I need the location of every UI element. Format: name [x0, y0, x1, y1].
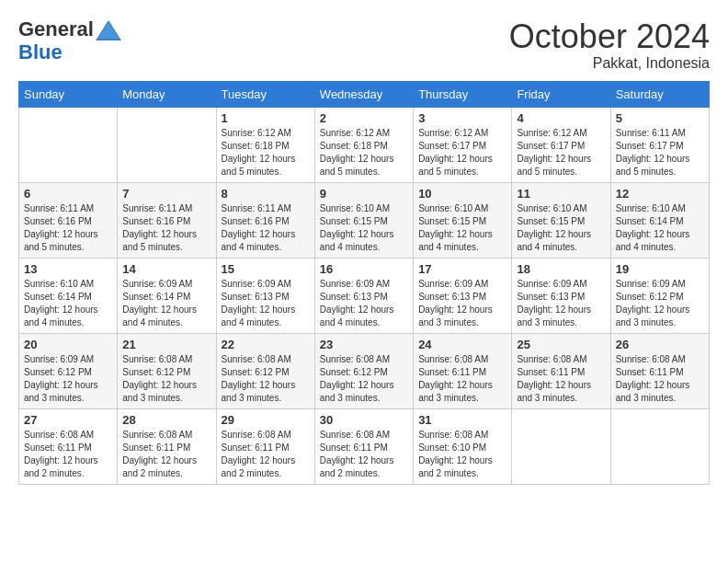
- calendar-cell: 6Sunrise: 6:11 AM Sunset: 6:16 PM Daylig…: [19, 182, 118, 258]
- title-area: October 2024 Pakkat, Indonesia: [509, 18, 710, 72]
- day-info: Sunrise: 6:09 AM Sunset: 6:12 PM Dayligh…: [616, 278, 704, 329]
- day-number: 7: [122, 187, 210, 201]
- calendar-cell: 20Sunrise: 6:09 AM Sunset: 6:12 PM Dayli…: [19, 333, 118, 408]
- col-header-tuesday: Tuesday: [216, 81, 314, 107]
- day-number: 18: [517, 262, 605, 276]
- calendar-cell: 17Sunrise: 6:09 AM Sunset: 6:13 PM Dayli…: [414, 258, 512, 333]
- day-info: Sunrise: 6:08 AM Sunset: 6:11 PM Dayligh…: [222, 429, 310, 480]
- day-number: 25: [517, 338, 605, 351]
- calendar-body: 1Sunrise: 6:12 AM Sunset: 6:18 PM Daylig…: [19, 107, 710, 484]
- day-info: Sunrise: 6:09 AM Sunset: 6:14 PM Dayligh…: [122, 278, 210, 329]
- day-info: Sunrise: 6:11 AM Sunset: 6:17 PM Dayligh…: [616, 127, 704, 178]
- calendar-cell: 30Sunrise: 6:08 AM Sunset: 6:11 PM Dayli…: [314, 408, 413, 484]
- calendar-week-row: 13Sunrise: 6:10 AM Sunset: 6:14 PM Dayli…: [19, 258, 710, 333]
- day-number: 10: [418, 187, 506, 201]
- calendar-cell: [19, 107, 118, 182]
- col-header-saturday: Saturday: [610, 81, 709, 107]
- col-header-wednesday: Wednesday: [314, 81, 413, 107]
- calendar-cell: 1Sunrise: 6:12 AM Sunset: 6:18 PM Daylig…: [216, 107, 314, 182]
- logo-general-text: General: [18, 17, 94, 40]
- day-number: 8: [222, 187, 310, 201]
- day-number: 2: [320, 111, 408, 125]
- day-number: 9: [320, 187, 408, 201]
- day-number: 6: [24, 187, 112, 201]
- day-info: Sunrise: 6:11 AM Sunset: 6:16 PM Dayligh…: [24, 202, 112, 254]
- calendar-cell: 16Sunrise: 6:09 AM Sunset: 6:13 PM Dayli…: [314, 258, 413, 333]
- day-number: 3: [418, 111, 506, 125]
- day-info: Sunrise: 6:09 AM Sunset: 6:13 PM Dayligh…: [418, 278, 506, 329]
- calendar-cell: [512, 408, 610, 484]
- calendar-cell: 28Sunrise: 6:08 AM Sunset: 6:11 PM Dayli…: [118, 408, 216, 484]
- day-number: 22: [222, 338, 310, 351]
- logo: General Blue: [18, 18, 121, 64]
- calendar-cell: 24Sunrise: 6:08 AM Sunset: 6:11 PM Dayli…: [414, 333, 512, 408]
- calendar-cell: 13Sunrise: 6:10 AM Sunset: 6:14 PM Dayli…: [19, 258, 118, 333]
- day-info: Sunrise: 6:12 AM Sunset: 6:17 PM Dayligh…: [418, 127, 506, 178]
- day-info: Sunrise: 6:09 AM Sunset: 6:12 PM Dayligh…: [24, 353, 112, 405]
- day-number: 23: [320, 338, 408, 351]
- calendar-week-row: 1Sunrise: 6:12 AM Sunset: 6:18 PM Daylig…: [19, 107, 710, 182]
- day-number: 27: [24, 413, 112, 427]
- calendar-cell: 21Sunrise: 6:08 AM Sunset: 6:12 PM Dayli…: [118, 333, 216, 408]
- calendar-cell: 25Sunrise: 6:08 AM Sunset: 6:11 PM Dayli…: [512, 333, 610, 408]
- calendar-cell: 14Sunrise: 6:09 AM Sunset: 6:14 PM Dayli…: [118, 258, 216, 333]
- day-info: Sunrise: 6:10 AM Sunset: 6:14 PM Dayligh…: [24, 278, 112, 329]
- calendar-cell: 31Sunrise: 6:08 AM Sunset: 6:10 PM Dayli…: [414, 408, 512, 484]
- day-number: 12: [616, 187, 704, 201]
- day-number: 17: [418, 262, 506, 276]
- day-info: Sunrise: 6:08 AM Sunset: 6:11 PM Dayligh…: [320, 429, 408, 480]
- day-info: Sunrise: 6:10 AM Sunset: 6:15 PM Dayligh…: [418, 202, 506, 254]
- calendar-cell: 29Sunrise: 6:08 AM Sunset: 6:11 PM Dayli…: [216, 408, 314, 484]
- calendar-cell: 5Sunrise: 6:11 AM Sunset: 6:17 PM Daylig…: [610, 107, 709, 182]
- calendar-cell: 27Sunrise: 6:08 AM Sunset: 6:11 PM Dayli…: [19, 408, 118, 484]
- day-info: Sunrise: 6:08 AM Sunset: 6:11 PM Dayligh…: [24, 429, 112, 480]
- day-info: Sunrise: 6:08 AM Sunset: 6:11 PM Dayligh…: [418, 353, 506, 405]
- day-info: Sunrise: 6:08 AM Sunset: 6:10 PM Dayligh…: [418, 429, 506, 480]
- calendar-cell: 26Sunrise: 6:08 AM Sunset: 6:11 PM Dayli…: [610, 333, 709, 408]
- day-number: 19: [616, 262, 704, 276]
- day-number: 1: [222, 111, 310, 125]
- day-info: Sunrise: 6:08 AM Sunset: 6:12 PM Dayligh…: [122, 353, 210, 405]
- day-number: 5: [616, 111, 704, 125]
- calendar-week-row: 6Sunrise: 6:11 AM Sunset: 6:16 PM Daylig…: [19, 182, 710, 258]
- page-header: General Blue October 2024 Pakkat, Indone…: [18, 18, 710, 72]
- calendar-cell: 23Sunrise: 6:08 AM Sunset: 6:12 PM Dayli…: [314, 333, 413, 408]
- calendar-cell: 4Sunrise: 6:12 AM Sunset: 6:17 PM Daylig…: [512, 107, 610, 182]
- day-number: 30: [320, 413, 408, 427]
- day-info: Sunrise: 6:11 AM Sunset: 6:16 PM Dayligh…: [222, 202, 310, 254]
- svg-marker-1: [97, 23, 119, 39]
- calendar-cell: 15Sunrise: 6:09 AM Sunset: 6:13 PM Dayli…: [216, 258, 314, 333]
- day-info: Sunrise: 6:08 AM Sunset: 6:11 PM Dayligh…: [122, 429, 210, 480]
- day-number: 13: [24, 262, 112, 276]
- day-number: 31: [418, 413, 506, 427]
- calendar-header-row: SundayMondayTuesdayWednesdayThursdayFrid…: [19, 81, 710, 107]
- day-info: Sunrise: 6:12 AM Sunset: 6:17 PM Dayligh…: [517, 127, 605, 178]
- day-info: Sunrise: 6:09 AM Sunset: 6:13 PM Dayligh…: [517, 278, 605, 329]
- day-info: Sunrise: 6:08 AM Sunset: 6:11 PM Dayligh…: [517, 353, 605, 405]
- calendar-week-row: 20Sunrise: 6:09 AM Sunset: 6:12 PM Dayli…: [19, 333, 710, 408]
- month-title: October 2024: [509, 18, 710, 55]
- day-number: 26: [616, 338, 704, 351]
- day-number: 15: [222, 262, 310, 276]
- day-number: 24: [418, 338, 506, 351]
- day-info: Sunrise: 6:10 AM Sunset: 6:15 PM Dayligh…: [517, 202, 605, 254]
- calendar-cell: 9Sunrise: 6:10 AM Sunset: 6:15 PM Daylig…: [314, 182, 413, 258]
- col-header-monday: Monday: [118, 81, 216, 107]
- calendar-cell: 18Sunrise: 6:09 AM Sunset: 6:13 PM Dayli…: [512, 258, 610, 333]
- day-number: 14: [122, 262, 210, 276]
- day-info: Sunrise: 6:11 AM Sunset: 6:16 PM Dayligh…: [122, 202, 210, 254]
- calendar-cell: 10Sunrise: 6:10 AM Sunset: 6:15 PM Dayli…: [414, 182, 512, 258]
- day-info: Sunrise: 6:09 AM Sunset: 6:13 PM Dayligh…: [222, 278, 310, 329]
- calendar-week-row: 27Sunrise: 6:08 AM Sunset: 6:11 PM Dayli…: [19, 408, 710, 484]
- day-info: Sunrise: 6:08 AM Sunset: 6:12 PM Dayligh…: [222, 353, 310, 405]
- day-info: Sunrise: 6:08 AM Sunset: 6:11 PM Dayligh…: [616, 353, 704, 405]
- calendar-cell: 12Sunrise: 6:10 AM Sunset: 6:14 PM Dayli…: [610, 182, 709, 258]
- calendar-cell: 7Sunrise: 6:11 AM Sunset: 6:16 PM Daylig…: [118, 182, 216, 258]
- day-number: 4: [517, 111, 605, 125]
- day-info: Sunrise: 6:12 AM Sunset: 6:18 PM Dayligh…: [222, 127, 310, 178]
- calendar-cell: 22Sunrise: 6:08 AM Sunset: 6:12 PM Dayli…: [216, 333, 314, 408]
- col-header-thursday: Thursday: [414, 81, 512, 107]
- day-info: Sunrise: 6:09 AM Sunset: 6:13 PM Dayligh…: [320, 278, 408, 329]
- day-number: 20: [24, 338, 112, 351]
- calendar-table: SundayMondayTuesdayWednesdayThursdayFrid…: [18, 81, 710, 485]
